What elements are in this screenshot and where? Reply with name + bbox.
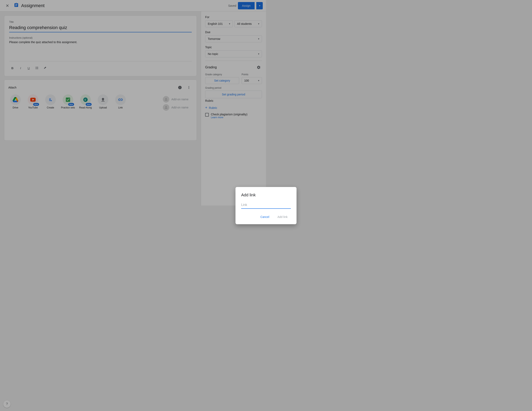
- link-input[interactable]: [241, 201, 266, 206]
- modal-overlay: Add link Cancel Add link: [0, 0, 266, 206]
- add-link-dialog: Add link Cancel Add link: [236, 187, 266, 206]
- modal-title: Add link: [241, 193, 266, 197]
